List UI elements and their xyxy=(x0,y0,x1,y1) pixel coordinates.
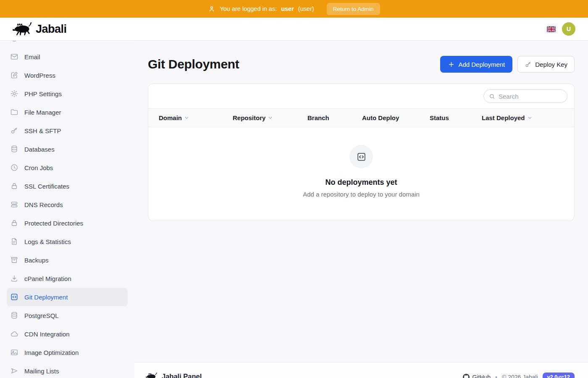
page-title: Git Deployment xyxy=(148,57,239,71)
login-role: (user) xyxy=(298,5,314,12)
column-header-last-deployed[interactable]: Last Deployed xyxy=(482,114,574,121)
chevron-down-icon xyxy=(527,115,533,121)
empty-state-badge xyxy=(349,145,373,168)
github-icon xyxy=(463,374,470,378)
key-icon xyxy=(525,61,532,68)
sidebar-item-image-optimization[interactable]: Image Optimization xyxy=(7,343,128,362)
folder-icon xyxy=(10,108,18,116)
column-header-branch: Branch xyxy=(307,114,362,121)
sidebar-item-file-manager[interactable]: File Manager xyxy=(7,103,128,121)
search-input[interactable] xyxy=(499,93,562,100)
sidebar-item-ssl-certificates[interactable]: SSL Certificates xyxy=(7,177,128,195)
server-icon xyxy=(10,200,18,209)
column-header-auto-deploy: Auto Deploy xyxy=(362,114,430,121)
sidebar-item-git-deployment[interactable]: Git Deployment xyxy=(7,288,128,306)
add-deployment-button[interactable]: Add Deployment xyxy=(440,56,512,73)
return-to-admin-button[interactable]: Return to Admin xyxy=(327,3,380,15)
footer: Jabali Panel GitHub • © 2026 Jabali v2.0… xyxy=(134,362,588,378)
clock-icon xyxy=(10,163,18,172)
deploy-key-button[interactable]: Deploy Key xyxy=(517,56,575,73)
empty-state: No deployments yet Add a repository to d… xyxy=(148,127,574,220)
login-message: You are logged in as: xyxy=(220,5,277,12)
main-content: Git Deployment Add Deployment Deploy Key xyxy=(134,41,588,378)
sidebar: Email WordPress PHP Settings File Manage… xyxy=(0,41,134,378)
sidebar-item-wordpress[interactable]: WordPress xyxy=(7,66,128,84)
boar-logo-icon xyxy=(13,22,32,36)
empty-state-title: No deployments yet xyxy=(325,178,397,187)
deployments-table-card: Domain Repository Branch Auto Deploy S xyxy=(148,84,575,221)
sidebar-item-cpanel-migration[interactable]: cPanel Migration xyxy=(7,269,128,288)
footer-separator: • xyxy=(495,374,497,378)
sidebar-item-databases[interactable]: Databases xyxy=(7,140,128,158)
paper-plane-icon xyxy=(10,367,18,375)
chevron-down-icon xyxy=(268,115,273,121)
photo-icon xyxy=(10,348,18,357)
database-icon xyxy=(10,311,18,320)
code-square-icon xyxy=(356,152,367,162)
pencil-square-icon xyxy=(10,71,18,79)
login-username: user xyxy=(281,5,294,12)
column-header-domain[interactable]: Domain xyxy=(159,114,233,121)
navbar: Jabali U xyxy=(0,18,588,41)
globe-icon xyxy=(10,41,18,42)
chevron-down-icon xyxy=(184,115,189,121)
empty-state-subtitle: Add a repository to deploy to your domai… xyxy=(303,191,420,198)
key-icon xyxy=(10,126,18,135)
column-header-repository[interactable]: Repository xyxy=(233,114,307,121)
impersonation-bar: You are logged in as: user (user) Return… xyxy=(0,0,588,18)
github-link[interactable]: GitHub xyxy=(463,374,491,378)
gear-icon xyxy=(10,89,18,98)
plus-icon xyxy=(448,61,455,68)
user-avatar[interactable]: U xyxy=(562,22,575,36)
footer-brand: Jabali Panel xyxy=(162,373,202,378)
footer-copyright: © 2026 Jabali xyxy=(502,374,538,378)
database-icon xyxy=(10,145,18,153)
brand-logo[interactable]: Jabali xyxy=(13,22,67,36)
uk-flag-icon[interactable] xyxy=(547,26,556,32)
cloud-icon xyxy=(10,330,18,338)
table-header-row: Domain Repository Branch Auto Deploy S xyxy=(148,108,574,127)
sidebar-item-dns-records[interactable]: DNS Records xyxy=(7,195,128,214)
sidebar-item-mailing-lists[interactable]: Mailing Lists xyxy=(7,362,128,378)
person-icon xyxy=(208,5,215,13)
sidebar-item-backups[interactable]: Backups xyxy=(7,251,128,269)
version-badge: v2.0-rc12 xyxy=(543,373,575,378)
sidebar-item-postgresql[interactable]: PostgreSQL xyxy=(7,306,128,325)
sidebar-item-clipped xyxy=(7,41,128,47)
sidebar-item-email[interactable]: Email xyxy=(7,47,128,66)
sidebar-item-php-settings[interactable]: PHP Settings xyxy=(7,84,128,103)
column-header-status: Status xyxy=(430,114,482,121)
document-icon xyxy=(10,237,18,246)
sidebar-item-logs-statistics[interactable]: Logs & Statistics xyxy=(7,232,128,251)
envelope-icon xyxy=(10,52,18,61)
lock-icon xyxy=(10,182,18,190)
sidebar-item-cdn-integration[interactable]: CDN Integration xyxy=(7,325,128,343)
search-box xyxy=(483,89,567,103)
archive-icon xyxy=(10,256,18,264)
boar-logo-icon xyxy=(146,373,157,378)
code-square-icon xyxy=(10,293,18,301)
sidebar-item-ssh-sftp[interactable]: SSH & SFTP xyxy=(7,121,128,140)
sidebar-item-protected-directories[interactable]: Protected Directories xyxy=(7,214,128,232)
lock-icon xyxy=(10,219,18,227)
download-icon xyxy=(10,274,18,283)
brand-name: Jabali xyxy=(36,23,67,36)
sidebar-item-cron-jobs[interactable]: Cron Jobs xyxy=(7,158,128,177)
search-icon xyxy=(489,93,495,100)
